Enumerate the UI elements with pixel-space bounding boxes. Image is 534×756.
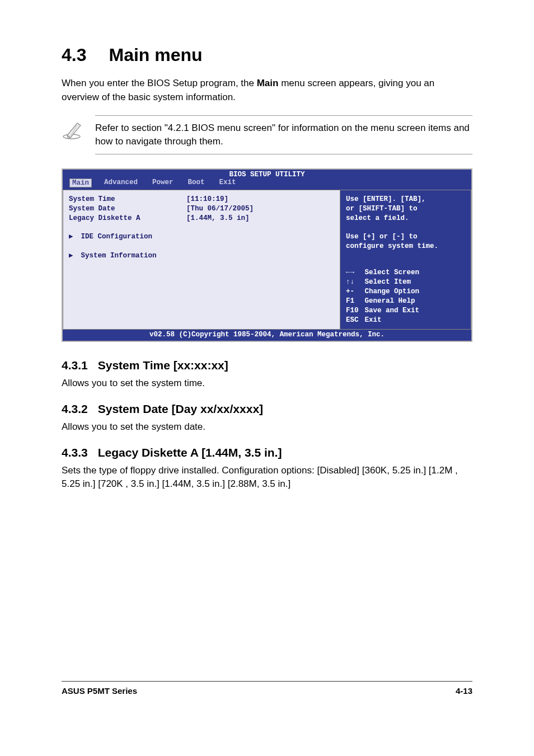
bios-screenshot: BIOS SETUP UTILITY Main Advanced Power B… [62,168,472,342]
section-number: 4.3.2 [62,402,88,416]
heading-number: 4.3 [62,45,86,65]
heading-text: Main menu [109,45,202,65]
bios-title: BIOS SETUP UTILITY [63,170,471,179]
section-heading-system-time: 4.3.1System Time [xx:xx:xx] [62,359,472,372]
section-title: Legacy Diskette A [1.44M, 3.5 in.] [98,446,282,459]
f10-key: F10 [346,306,360,316]
bios-label-system-time: System Time [69,195,186,204]
bios-tab-advanced: Advanced [102,179,140,187]
bios-help-text: Use [ENTER]. [TAB], or [SHIFT-TAB] to se… [346,195,465,251]
bios-value-legacy-diskette: [1.44M, 3.5 in] [186,214,334,223]
submenu-arrow-icon: ▶ [69,232,77,242]
page-footer: ASUS P5MT Series 4-13 [62,681,472,696]
note-text: Refer to section "4.2.1 BIOS menu screen… [95,115,472,154]
f1-key: F1 [346,297,360,306]
section-number: 4.3.1 [62,359,88,372]
bios-tab-power: Power [150,179,176,187]
bios-help-panel: Use [ENTER]. [TAB], or [SHIFT-TAB] to se… [340,190,471,330]
section-title: System Date [Day xx/xx/xxxx] [98,402,263,415]
intro-paragraph: When you enter the BIOS Setup program, t… [62,77,472,104]
bios-label-system-date: System Date [69,204,186,214]
bios-value-system-date: [Thu 06/17/2005] [186,204,334,214]
arrows-ud-icon: ↑↓ [346,278,360,287]
bios-nav-keys: ←→ Select Screen ↑↓ Select Item +- Chang… [346,268,465,325]
submenu-arrow-icon: ▶ [69,251,77,261]
section-heading-system-date: 4.3.2System Date [Day xx/xx/xxxx] [62,402,472,416]
bios-tab-main: Main [69,179,92,187]
bios-menu-ide-configuration: ▶ IDE Configuration [69,232,186,242]
bios-menu-system-information: ▶ System Information [69,251,186,261]
bios-footer: v02.58 (C)Copyright 1985-2004, American … [63,330,471,341]
bios-value-system-time: [11:10:19] [186,195,334,204]
section-body-system-date: Allows you to set the system date. [62,420,472,434]
note-callout: Refer to section "4.2.1 BIOS menu screen… [62,115,472,154]
intro-main: Main [257,78,279,88]
section-heading-legacy-diskette: 4.3.3Legacy Diskette A [1.44M, 3.5 in.] [62,446,472,459]
plus-minus-key: +- [346,287,360,297]
section-number: 4.3.3 [62,446,88,459]
footer-left: ASUS P5MT Series [62,686,137,696]
bios-left-panel: System Time System Date Legacy Diskette … [63,190,340,330]
intro-before: When you enter the BIOS Setup program, t… [62,78,257,88]
bios-label-legacy-diskette: Legacy Diskette A [69,214,186,223]
bios-body: System Time System Date Legacy Diskette … [63,190,471,330]
section-body-system-time: Allows you to set the system time. [62,377,472,390]
section-title: System Time [xx:xx:xx] [98,359,228,372]
page-title: 4.3Main menu [62,45,472,65]
bios-tabs: Main Advanced Power Boot Exit [63,179,471,190]
bios-tab-exit: Exit [217,179,238,187]
note-pencil-icon [62,115,95,143]
esc-key: ESC [346,316,360,325]
footer-right: 4-13 [456,686,472,696]
bios-tab-boot: Boot [186,179,207,187]
section-body-legacy-diskette: Sets the type of floppy drive installed.… [62,464,472,491]
arrows-lr-icon: ←→ [346,268,360,278]
